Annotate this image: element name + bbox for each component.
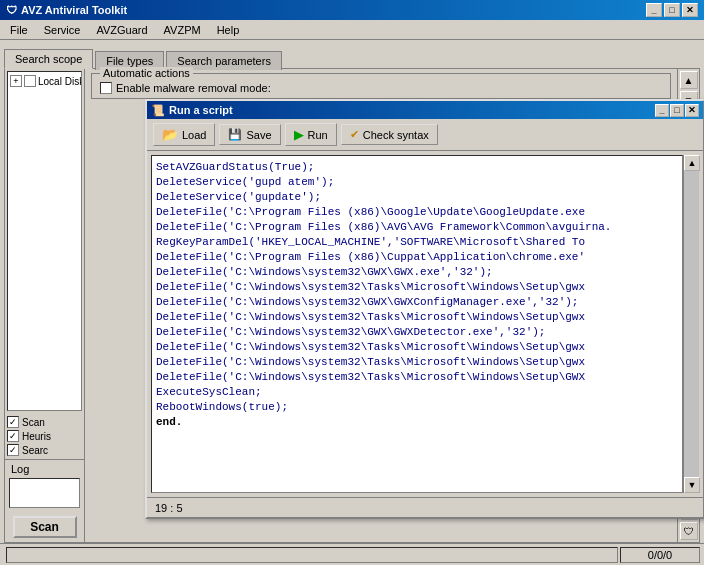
script-line: DeleteFile('C:\Windows\system32\GWX\GWX.… [156,265,678,280]
heuristic-checkbox[interactable] [7,430,19,442]
center-area: Automatic actions Enable malware removal… [85,69,677,542]
load-icon: 📂 [162,127,178,142]
left-panel: + Local Disk (C:\) Scan Heuris Searc Log [5,69,85,542]
cursor-position: 19 : 5 [155,502,183,514]
dialog-content: SetAVZGuardStatus(True);DeleteService('g… [147,151,703,497]
maximize-button[interactable]: □ [664,3,680,17]
menu-file[interactable]: File [4,22,34,38]
script-line: DeleteService('gupdate'); [156,190,678,205]
run-button[interactable]: ▶ Run [285,123,337,146]
right-btn-up[interactable]: ▲ [680,71,698,89]
tab-search-scope[interactable]: Search scope [4,49,93,69]
dialog-maximize-button[interactable]: □ [670,104,684,117]
script-dialog: 📜 Run a script _ □ ✕ 📂 Load 💾 Save [145,99,704,519]
close-button[interactable]: ✕ [682,3,698,17]
log-box [9,478,80,508]
log-section: Log [5,459,84,512]
heuristic-check-row: Heuris [7,429,82,443]
dialog-statusbar: 19 : 5 [147,497,703,517]
scroll-track [684,171,699,477]
tree-item: + Local Disk (C:\) [10,74,79,88]
check-syntax-button[interactable]: ✔ Check syntax [341,124,438,145]
horizontal-scrollbar[interactable] [6,547,618,563]
run-icon: ▶ [294,127,304,142]
menu-bar: File Service AVZGuard AVZPM Help [0,20,704,40]
dialog-title-bar: 📜 Run a script _ □ ✕ [147,101,703,119]
check-syntax-icon: ✔ [350,128,359,141]
scan-checkbox[interactable] [7,416,19,428]
menu-avzguard[interactable]: AVZGuard [90,22,153,38]
check-area: Scan Heuris Searc [5,413,84,459]
dialog-toolbar: 📂 Load 💾 Save ▶ Run ✔ Check syntax [147,119,703,151]
script-line: RegKeyParamDel('HKEY_LOCAL_MACHINE','SOF… [156,235,678,250]
title-bar: 🛡 AVZ Antiviral Toolkit _ □ ✕ [0,0,704,20]
tree-label: Local Disk (C:\) [38,76,82,87]
enable-malware-removal-label: Enable malware removal mode: [116,82,271,94]
script-line: DeleteFile('C:\Windows\system32\GWX\GWXC… [156,295,678,310]
file-tree[interactable]: + Local Disk (C:\) [7,71,82,411]
tree-expand-button[interactable]: + [10,75,22,87]
scan-check-row: Scan [7,415,82,429]
tabs-container: Search scope File types Search parameter… [0,40,704,68]
scan-label: Scan [22,417,45,428]
right-btn-shield[interactable]: 🛡 [680,522,698,540]
editor-scrollbar: ▲ ▼ [683,155,699,493]
heuristic-label: Heuris [22,431,51,442]
automatic-actions-panel: Automatic actions Enable malware removal… [91,73,671,99]
script-editor[interactable]: SetAVZGuardStatus(True);DeleteService('g… [151,155,683,493]
app-icon: 🛡 [6,4,17,16]
script-line: DeleteService('gupd atem'); [156,175,678,190]
search-check-row: Searc [7,443,82,457]
scroll-down-button[interactable]: ▼ [684,477,700,493]
script-line: DeleteFile('C:\Windows\system32\Tasks\Mi… [156,310,678,325]
script-line: ExecuteSysClean; [156,385,678,400]
script-line: DeleteFile('C:\Windows\system32\Tasks\Mi… [156,340,678,355]
script-line: DeleteFile('C:\Program Files (x86)\Cuppa… [156,250,678,265]
main-area: + Local Disk (C:\) Scan Heuris Searc Log [4,68,700,543]
automatic-actions-title: Automatic actions [100,67,193,79]
dialog-title: Run a script [169,104,233,116]
script-line: RebootWindows(true); [156,400,678,415]
menu-avzpm[interactable]: AVZPM [158,22,207,38]
script-line: DeleteFile('C:\Windows\system32\GWX\GWXD… [156,325,678,340]
load-button[interactable]: 📂 Load [153,123,215,146]
window-title: AVZ Antiviral Toolkit [21,4,127,16]
menu-service[interactable]: Service [38,22,87,38]
log-label: Log [7,462,82,476]
script-line: end. [156,415,678,430]
dialog-icon: 📜 [151,104,165,117]
script-line: DeleteFile('C:\Program Files (x86)\AVG\A… [156,220,678,235]
script-line: SetAVZGuardStatus(True); [156,160,678,175]
status-position: 0/0/0 [620,547,700,563]
script-line: DeleteFile('C:\Windows\system32\Tasks\Mi… [156,370,678,385]
minimize-button[interactable]: _ [646,3,662,17]
search-checkbox[interactable] [7,444,19,456]
script-line: DeleteFile('C:\Program Files (x86)\Googl… [156,205,678,220]
scan-button[interactable]: Scan [13,516,77,538]
dialog-close-button[interactable]: ✕ [685,104,699,117]
scroll-up-button[interactable]: ▲ [684,155,700,171]
save-icon: 💾 [228,128,242,141]
dialog-minimize-button[interactable]: _ [655,104,669,117]
enable-malware-removal-checkbox[interactable] [100,82,112,94]
script-line: DeleteFile('C:\Windows\system32\Tasks\Mi… [156,355,678,370]
script-line: DeleteFile('C:\Windows\system32\Tasks\Mi… [156,280,678,295]
save-button[interactable]: 💾 Save [219,124,280,145]
bottom-bar: 0/0/0 [0,543,704,565]
search-label: Searc [22,445,48,456]
menu-help[interactable]: Help [211,22,246,38]
tree-checkbox[interactable] [24,75,36,87]
